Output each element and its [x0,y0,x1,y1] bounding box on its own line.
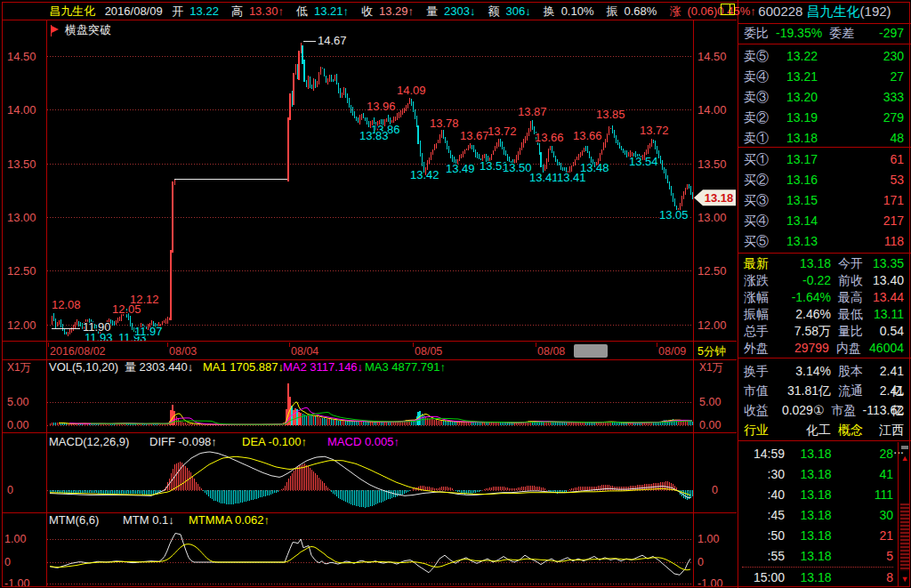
ohlc-fields: 开13.22高13.30↑低13.21↑收13.29↑量2303↓额306↓换0… [172,4,768,18]
window-layout-icon[interactable] [721,4,735,15]
price-annotation: 13.78 [430,117,459,130]
stat-value: 46004 [869,340,904,357]
stat-label: 股本 [838,361,872,381]
tick-row: :5013.1821 [742,526,893,546]
bid-levels: 买①13.1761买②13.1653买③13.15171买④13.14217买⑤… [744,149,904,252]
field-label: 量 [426,4,438,18]
stat-label: 换手 [744,361,772,381]
tick-price: 13.18 [790,485,842,505]
field-label: 开 [172,4,183,18]
date-label: 08/05 [415,345,442,358]
ohlc-field: 开13.22 [172,4,225,18]
field-value: 13.29↑ [379,4,414,18]
price-tick-left: 13.50 [7,157,36,171]
level-label: 买③ [744,190,783,211]
axis-hover-box [574,344,608,358]
scroll-down-arrow[interactable]: ▼ [899,574,911,585]
level-label: 卖⑤ [744,46,783,67]
chart-area[interactable]: 14.5014.5014.0014.0013.5013.5013.0013.00… [0,0,738,588]
level-price: 13.21 [786,67,842,87]
field-value: 0.68% [625,4,657,18]
tick-row: :4513.1830 [742,505,893,526]
tick-row: 14:5913.1828 [742,444,893,464]
stat-value: 29799 [771,340,829,357]
stat-row: 振幅2.46%最低13.11 [744,306,904,323]
ask-row: 卖②13.19279 [744,108,904,128]
stat-value: 13.44 [872,289,904,306]
stat-value: 31.81亿 [772,381,831,400]
mtm-tick-right: 0 [697,556,704,568]
ohlc-field: 额306↓ [488,4,536,18]
mtm-tick-left: 1.00 [4,533,26,545]
vol-tick-right: 0.00 [699,419,721,431]
field-label: 高 [231,4,243,18]
level-price: 13.13 [786,231,842,252]
stat-value: -1.64% [772,289,831,306]
level-label: 买① [744,149,783,170]
price-tag-text: 13.18 [705,191,734,205]
level-volume: 171 [842,190,904,211]
stat-value: 2.41亿 [872,361,904,381]
stat-label: 振幅 [744,306,772,323]
scroll-thumb[interactable] [900,503,910,571]
price-annotation: 13.72 [640,124,669,137]
stat-value: 13.11 [872,306,904,323]
stat-label: 行业 [744,420,772,439]
price-annotation: 13.54 [629,155,658,168]
price-annotation: 11.97 [134,325,163,338]
price-annotation: 13.41 [529,171,559,184]
field-value: 13.30↑ [249,4,284,18]
bid-row: 买⑤13.13118 [744,231,904,252]
chart-header: 昌九生化 2016/08/09 开13.22高13.30↑低13.21↑收13.… [49,4,775,18]
signal-text: 横盘突破 [65,22,111,38]
stat-row: 总手7.58万量比0.54 [744,323,904,340]
signal-row: 横盘突破 [51,22,111,38]
tick-time: 15:00 [742,568,785,588]
tick-volume: 41 [842,464,893,485]
field-value: 2303↓ [444,4,475,18]
level-volume: 118 [842,231,904,252]
macd-header: MACD(12,26,9) [49,435,129,448]
splitter-icon[interactable] [899,442,911,453]
tick-price: 13.18 [790,546,842,567]
level-volume: 27 [842,67,904,87]
bid-row: 买④13.14217 [744,211,904,231]
price-annotation: 12.12 [130,293,159,306]
price-tick-left: 12.00 [7,318,36,332]
macd-tick-left: 0 [7,484,13,496]
macd-header: MACD 0.005↑ [327,435,399,448]
tick-volume: 30 [842,505,893,526]
quote-panel: 600228 昌九生化(192) 委比 -19.35% 委差 -297 卖⑤13… [738,0,911,588]
field-value: 0.10% [561,4,594,18]
price-tick-left: 12.50 [7,264,36,278]
price-tick-right: 13.50 [697,157,727,171]
stock-name: 昌九生化 [49,4,95,18]
scroll-up-arrow[interactable]: ▲ [899,453,911,464]
mtm-header: MTM(6,6) [49,513,99,527]
time-sales-scrollbar[interactable]: ▲ ▼ [898,442,911,587]
mtm-header: MTM 0.1↓ [123,513,174,527]
level-price: 13.17 [786,149,842,170]
tick-time: :55 [742,546,785,567]
stat-row: 收益0.029①市盈-113.62 [744,400,904,420]
vol-tick-left: 0.00 [7,419,28,431]
stat-value: 13.35 [872,255,904,272]
ask-row: 卖③13.20333 [744,87,904,108]
ohlc-field: 换0.10% [544,4,601,18]
weicha-label: 委差 [829,26,867,42]
stat-label: 内盘 [836,340,869,357]
macd-header: DEA -0.100↑ [242,435,307,448]
level-volume: 333 [842,87,904,108]
stat-label: 最低 [838,306,872,323]
level-label: 买⑤ [744,231,783,252]
stat-label: 最新 [744,255,772,272]
level-volume: 279 [842,108,904,128]
price-annotation: 13.67 [460,129,489,142]
date-label: 08/09 [658,345,686,358]
price-tick-right: 12.00 [697,318,727,332]
stat-label: 前收 [838,272,872,289]
price-annotation: 14.67 [318,34,347,47]
stat-row: 行业化工概念江西 ... [744,420,904,439]
bid-row: 买①13.1761 [744,149,904,170]
order-imbalance-row: 委比 -19.35% 委差 -297 [744,26,904,42]
